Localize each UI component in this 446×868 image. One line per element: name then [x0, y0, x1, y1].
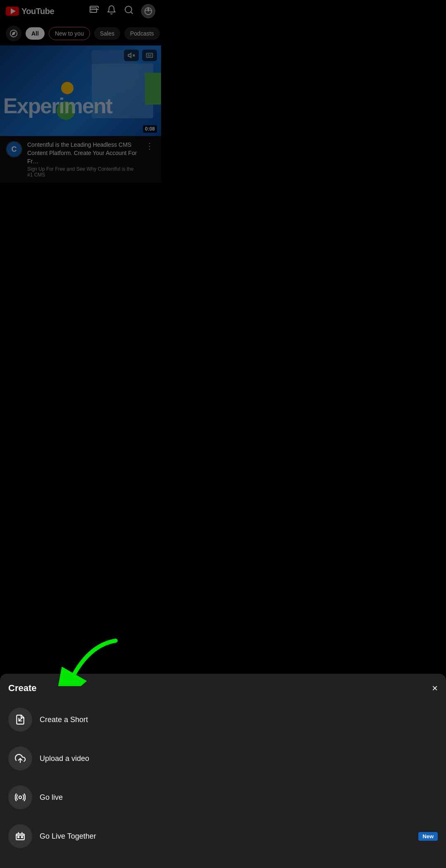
sheet-overlay[interactable]: [0, 0, 161, 314]
